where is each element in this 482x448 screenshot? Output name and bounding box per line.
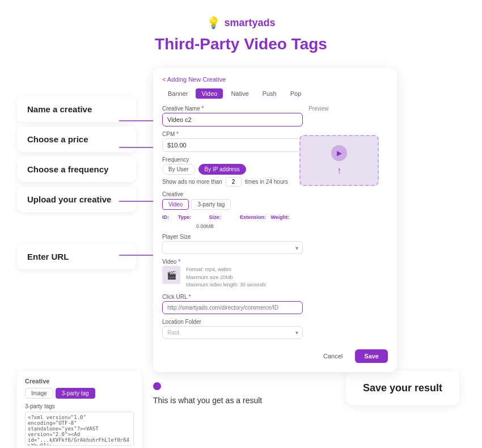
player-size-section: Player Size ▾	[162, 234, 303, 254]
location-label: Location Folder	[162, 319, 303, 325]
preview-label: Preview	[308, 105, 388, 112]
location-section: Location Folder Root ▾	[162, 319, 303, 339]
preview-upload-icon: ↑	[337, 166, 341, 176]
tabs-row: Banner Video Native Push Pop	[162, 88, 388, 99]
freq-by-user[interactable]: By User	[162, 164, 195, 175]
connector-dot	[153, 382, 161, 390]
page-title: Third-Party Video Tags	[0, 35, 482, 53]
freq-suffix: times in 24 hours	[245, 179, 288, 185]
bottom-card-title: Creative	[25, 378, 134, 384]
save-result-label: Save your result	[363, 382, 442, 394]
step-upload-creative[interactable]: Upload your creative	[17, 187, 136, 212]
video-upload-row: 🎬 Format: mp4, webm Maximum size 20Mb Ma…	[162, 266, 303, 289]
form-mockup-area: < Adding New Creative Banner Video Nativ…	[147, 68, 465, 363]
tab-banner[interactable]: Banner	[162, 88, 193, 99]
col-weight: Weight:	[271, 214, 298, 220]
bottom-tabs: Image 3-party tag	[25, 388, 134, 399]
creative-name-section: Creative Name *	[162, 105, 303, 126]
preview-play-icon: ▶	[331, 145, 347, 161]
save-result-card: Save your result	[346, 371, 459, 405]
video-info: Format: mp4, webm Maximum size 20Mb Maxi…	[186, 266, 266, 289]
freq-by-ip[interactable]: By IP address	[198, 164, 246, 175]
video-label: Video *	[162, 259, 303, 265]
cpm-input[interactable]	[162, 138, 303, 152]
creative-tab-3party[interactable]: 3-party tag	[191, 199, 231, 210]
breadcrumb: < Adding New Creative	[162, 76, 388, 83]
bottom-card: Creative Image 3-party tag 3-party tags …	[17, 371, 142, 448]
video-format: Format: mp4, webm	[186, 266, 266, 274]
freq-row: By User By IP address	[162, 164, 303, 175]
step-name-creative[interactable]: Name a creative	[17, 96, 136, 122]
page-container: 💡 smartyads Third-Party Video Tags Name …	[0, 0, 482, 448]
bottom-section: Creative Image 3-party tag 3-party tags …	[0, 365, 482, 448]
logo-icon: 💡	[206, 16, 221, 29]
freq-number[interactable]	[226, 177, 242, 187]
step-enter-url[interactable]: Enter URL	[17, 244, 136, 269]
form-card: < Adding New Creative Banner Video Nativ…	[153, 68, 397, 372]
creative-tabs: Video 3-party tag	[162, 199, 303, 210]
tab-pop[interactable]: Pop	[285, 88, 307, 99]
tab-push[interactable]: Push	[257, 88, 282, 99]
click-url-label: Click URL *	[162, 294, 303, 300]
creative-name-input[interactable]	[162, 113, 303, 126]
save-result-area: Save your result	[273, 371, 465, 405]
creative-label: Creative	[162, 191, 303, 197]
click-url-section: Click URL *	[162, 294, 303, 314]
player-size-label: Player Size	[162, 234, 303, 240]
weight-value: 0.00MB	[162, 223, 303, 229]
main-area: Name a creative Choose a price Choose a …	[0, 68, 482, 363]
creative-name-label: Creative Name *	[162, 105, 303, 112]
player-size-select[interactable]	[162, 241, 303, 254]
location-wrapper: Root ▾	[162, 326, 303, 339]
col-size: Size:	[209, 214, 236, 220]
logo-area: 💡 smartyads	[0, 16, 482, 29]
tags-textarea[interactable]: <?xml version="1.0" encoding="UTF-8" sta…	[25, 412, 134, 446]
tab-native[interactable]: Native	[225, 88, 254, 99]
step-choose-price[interactable]: Choose a price	[17, 126, 136, 152]
logo-text: smartyads	[224, 17, 275, 29]
cancel-button[interactable]: Cancel	[316, 349, 349, 363]
result-label: This is what you get as a result	[153, 396, 262, 405]
col-extension: Extension:	[240, 214, 267, 220]
tags-label: 3-party tags	[25, 403, 134, 409]
video-thumb-icon: 🎬	[162, 266, 180, 284]
cpm-label: CPM *	[162, 131, 303, 137]
action-buttons: Cancel Save	[162, 349, 388, 363]
location-select[interactable]: Root	[162, 326, 303, 339]
freq-prefix: Show ads no more than	[162, 179, 222, 185]
creative-section: Creative Video 3-party tag ID: Type: Siz…	[162, 191, 303, 229]
col-id: ID:	[162, 214, 174, 220]
steps-column: Name a creative Choose a price Choose a …	[17, 68, 136, 363]
frequency-label: Frequency	[162, 157, 303, 163]
video-section: Video * 🎬 Format: mp4, webm Maximum size…	[162, 259, 303, 289]
col-type: Type:	[178, 214, 205, 220]
creative-tab-video[interactable]: Video	[162, 199, 189, 210]
preview-area: Preview ▶ ↑	[308, 105, 388, 344]
frequency-section: Frequency By User By IP address Show ads…	[162, 157, 303, 187]
cpm-section: CPM *	[162, 131, 303, 152]
result-area: This is what you get as a result	[153, 371, 262, 405]
upload-table-header: ID: Type: Size: Extension: Weight:	[162, 214, 303, 220]
freq-times-row: Show ads no more than times in 24 hours	[162, 177, 303, 187]
step-choose-frequency[interactable]: Choose a frequency	[17, 157, 136, 182]
save-button[interactable]: Save	[355, 349, 388, 363]
header: 💡 smartyads Third-Party Video Tags	[0, 0, 482, 68]
preview-box: ▶ ↑	[299, 135, 379, 186]
video-max-length: Maximum video length: 30 seconds	[186, 281, 266, 289]
player-size-wrapper: ▾	[162, 241, 303, 254]
bottom-tab-image[interactable]: Image	[25, 388, 53, 399]
form-fields: Creative Name * CPM *	[162, 105, 303, 344]
video-max-size: Maximum size 20Mb	[186, 274, 266, 282]
logo-brand-suffix: ads	[258, 17, 276, 28]
logo-brand: smarty	[224, 17, 257, 28]
tab-video[interactable]: Video	[196, 88, 223, 99]
bottom-tab-3party[interactable]: 3-party tag	[56, 388, 95, 399]
click-url-input[interactable]	[162, 301, 303, 314]
